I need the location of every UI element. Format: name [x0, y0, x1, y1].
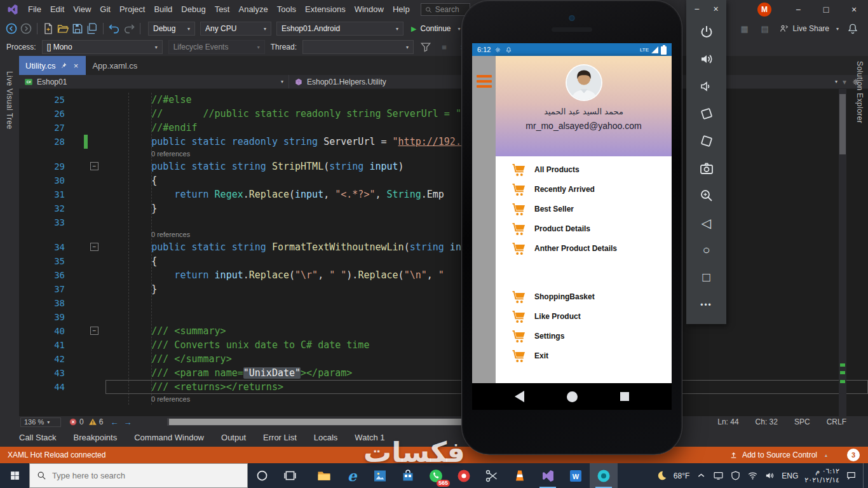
thread-dropdown[interactable]: ▾	[302, 40, 414, 54]
drawer-item-shoppingbasket[interactable]: ShoppingBasket	[496, 287, 672, 306]
tab-utility-cs[interactable]: Utility.cs×	[19, 56, 86, 75]
process-dropdown[interactable]: [] Mono▾	[42, 40, 163, 54]
taskbar-search[interactable]	[29, 463, 248, 488]
code-line-34[interactable]: 34− public static string FormatTextWitho…	[19, 240, 868, 254]
taskbar-media-app[interactable]	[450, 463, 478, 488]
emulator-rotate-right-button[interactable]	[692, 127, 721, 154]
taskbar-microsoft-store[interactable]	[394, 463, 422, 488]
minimize-button[interactable]: −	[784, 0, 812, 19]
configuration-dropdown[interactable]: Debug▾	[148, 22, 195, 36]
notification-count-badge[interactable]: 3	[847, 449, 860, 461]
account-avatar[interactable]: M	[757, 3, 771, 17]
project-dropdown[interactable]: C# Eshop01 ▾	[19, 75, 289, 88]
start-button[interactable]	[0, 463, 29, 488]
feedback-bell-icon[interactable]	[846, 22, 859, 35]
new-file-button[interactable]	[42, 22, 55, 35]
drawer-item-like-product[interactable]: Like Product	[496, 306, 672, 326]
continue-button[interactable]: ▶ Continue ▾	[411, 24, 461, 33]
emulator-power-button[interactable]	[692, 18, 721, 45]
content-scrim[interactable]	[472, 56, 496, 383]
undo-button[interactable]	[108, 22, 121, 35]
close-icon[interactable]: ×	[72, 62, 79, 69]
tray-display-icon[interactable]	[713, 470, 724, 481]
fold-collapse-icon[interactable]: −	[90, 327, 98, 335]
panel-tab-call-stack[interactable]: Call Stack	[19, 433, 57, 442]
code-line-31[interactable]: 31 return Regex.Replace(input, "<.*?>", …	[19, 187, 868, 201]
line-ending-indicator[interactable]: CRLF	[827, 417, 846, 426]
menu-view[interactable]: View	[69, 0, 95, 19]
flag-list-icon[interactable]: ≡	[438, 41, 451, 53]
save-button[interactable]	[71, 22, 84, 35]
code-line-37[interactable]: 37 }	[19, 282, 868, 296]
show-desktop-button[interactable]	[863, 463, 867, 488]
code-line-32[interactable]: 32 }	[19, 201, 868, 215]
menu-debug[interactable]: Debug	[177, 0, 210, 19]
emulator-minimize-button[interactable]: −	[692, 4, 702, 14]
menu-help[interactable]: Help	[388, 0, 414, 19]
maximize-button[interactable]: □	[812, 0, 840, 19]
emulator-screenshot-button[interactable]	[692, 154, 721, 182]
code-line-28[interactable]: 28 public static readonly string ServerU…	[19, 135, 868, 149]
drawer-item-settings[interactable]: Settings	[496, 326, 672, 346]
profile-photo[interactable]	[566, 64, 602, 101]
tray-chevron-icon[interactable]	[696, 470, 707, 481]
emulator-home-button[interactable]: ○	[692, 236, 721, 264]
menu-git[interactable]: Git	[95, 0, 115, 19]
startup-project-dropdown[interactable]: Eshop01.Android▾	[276, 22, 403, 36]
codelens-references[interactable]: 0 references	[19, 149, 868, 159]
navigate-back-button[interactable]	[5, 22, 18, 35]
platform-dropdown[interactable]: Any CPU▾	[200, 22, 271, 36]
emulator-volume-up-button[interactable]	[692, 45, 721, 72]
tab-app-xaml-cs[interactable]: App.xaml.cs	[86, 56, 144, 75]
weather-temperature[interactable]: 68°F	[674, 471, 689, 480]
code-line-43[interactable]: 43 /// <param name="UnixDate"></param>	[19, 366, 868, 380]
taskbar-search-input[interactable]	[52, 471, 240, 480]
code-line-41[interactable]: 41 /// Converts unix date to C# date tim…	[19, 338, 868, 352]
drawer-item-product-details[interactable]: Product Details	[496, 219, 672, 238]
action-center-icon[interactable]	[846, 470, 857, 481]
menu-analyze[interactable]: Analyze	[234, 0, 272, 19]
menu-edit[interactable]: Edit	[46, 0, 69, 19]
code-line-38[interactable]: 38	[19, 296, 868, 310]
code-line-33[interactable]: 33	[19, 215, 868, 229]
pin-icon[interactable]	[60, 62, 67, 69]
panel-tab-output[interactable]: Output	[221, 433, 246, 442]
code-line-30[interactable]: 30 {	[19, 173, 868, 187]
hamburger-menu-icon[interactable]	[477, 75, 492, 90]
panel-tab-watch-1[interactable]: Watch 1	[355, 433, 384, 442]
code-editor[interactable]: 25 //#else26 // //public static readonly…	[19, 89, 868, 416]
drawer-item-anther-product-details[interactable]: Anther Product Details	[496, 238, 672, 258]
panel-tab-command-window[interactable]: Command Window	[134, 433, 204, 442]
redo-button[interactable]	[123, 22, 135, 35]
menu-window[interactable]: Window	[350, 0, 388, 19]
code-line-44[interactable]: 44 /// <returns></returns>	[19, 380, 868, 394]
panel-tab-error-list[interactable]: Error List	[263, 433, 297, 442]
navigate-forward-icon[interactable]: →	[123, 417, 132, 427]
save-all-button[interactable]	[86, 22, 98, 35]
menu-test[interactable]: Test	[210, 0, 234, 19]
taskbar-visual-studio[interactable]	[534, 463, 562, 488]
codelens-references[interactable]: 0 references	[19, 229, 868, 240]
taskbar-snipping-tool[interactable]	[478, 463, 506, 488]
solution-explorer-tab[interactable]: Solution Explorer	[855, 61, 864, 123]
emulator-more-button[interactable]: •••	[692, 291, 721, 318]
android-back-button[interactable]	[515, 391, 524, 402]
warning-icon[interactable]	[88, 417, 97, 426]
navigate-forward-button[interactable]	[20, 22, 32, 35]
panel-tab-locals[interactable]: Locals	[314, 433, 338, 442]
emulator-rotate-left-button[interactable]	[692, 100, 721, 127]
taskbar-photos-app[interactable]	[366, 463, 394, 488]
task-view-button[interactable]	[276, 463, 304, 488]
error-icon[interactable]	[69, 417, 78, 426]
weather-moon-icon[interactable]	[656, 470, 667, 481]
drawer-item-all-products[interactable]: All Products	[496, 159, 672, 179]
menu-build[interactable]: Build	[149, 0, 177, 19]
drawer-item-best-seller[interactable]: Best Seller	[496, 199, 672, 219]
panel-tab-breakpoints[interactable]: Breakpoints	[74, 433, 118, 442]
taskbar-office-app[interactable]: W	[562, 463, 590, 488]
code-line-26[interactable]: 26 // //public static readonly string Se…	[19, 107, 868, 121]
emulator-zoom-button[interactable]	[692, 182, 721, 209]
code-line-25[interactable]: 25 //#else	[19, 93, 868, 107]
menu-project[interactable]: Project	[115, 0, 149, 19]
close-button[interactable]: ×	[840, 0, 868, 19]
